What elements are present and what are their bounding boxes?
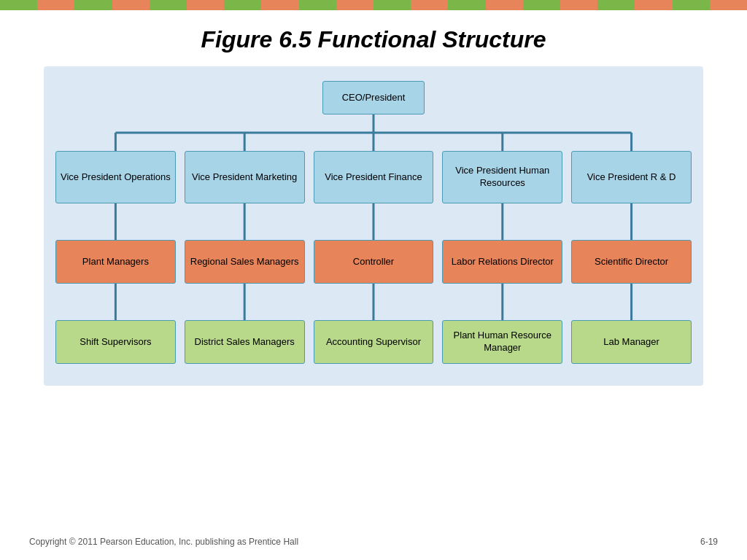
- vp-box-2: Vice President Finance: [314, 151, 434, 203]
- l3-box-2: Accounting Supervisor: [314, 320, 434, 364]
- l3-box-3: Plant Human Resource Manager: [442, 320, 562, 364]
- l2-box-2: Controller: [314, 240, 434, 284]
- vp-box-1: Vice President Marketing: [185, 151, 305, 203]
- org-chart-wrapper: CEO/President Vice President Operations …: [22, 66, 725, 386]
- org-chart-container: CEO/President Vice President Operations …: [44, 66, 703, 386]
- l3-box-4: Lab Manager: [571, 320, 692, 364]
- l2-box-0: Plant Managers: [55, 240, 176, 284]
- vp-box-0: Vice President Operations: [55, 151, 176, 203]
- l3-box-0: Shift Supervisors: [55, 320, 176, 364]
- l2-box-3: Labor Relations Director: [442, 240, 562, 284]
- footer: Copyright © 2011 Pearson Education, Inc.…: [0, 537, 747, 547]
- vp-box-4: Vice President R & D: [571, 151, 692, 203]
- ceo-box: CEO/President: [322, 81, 425, 114]
- copyright: Copyright © 2011 Pearson Education, Inc.…: [29, 537, 298, 547]
- top-bar: [0, 0, 747, 10]
- l2-box-4: Scientific Director: [571, 240, 692, 284]
- l2-box-1: Regional Sales Managers: [185, 240, 305, 284]
- l3-box-1: District Sales Managers: [185, 320, 305, 364]
- vp-box-3: Vice President Human Resources: [442, 151, 562, 203]
- page-title: Figure 6.5 Functional Structure: [0, 10, 747, 66]
- page-number: 6-19: [700, 537, 718, 547]
